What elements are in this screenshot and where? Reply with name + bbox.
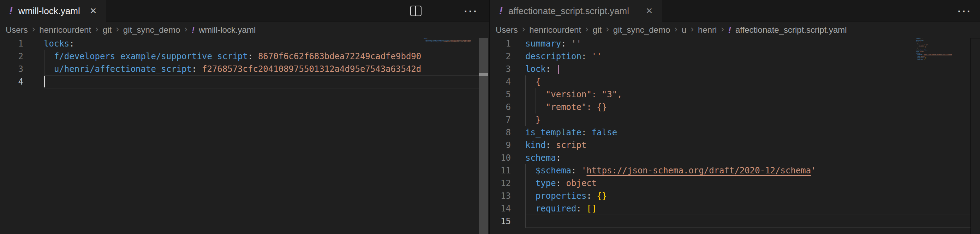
code-token: [] xyxy=(924,59,925,60)
code-token xyxy=(916,45,919,46)
code-line[interactable]: properties: {} xyxy=(525,190,607,202)
code-token: is_template xyxy=(525,128,581,138)
line-number[interactable]: 13 xyxy=(489,190,511,202)
code-token: : xyxy=(546,64,551,74)
code-token: description xyxy=(916,40,923,41)
code-token: {} xyxy=(925,57,926,59)
code-token: : xyxy=(586,191,591,201)
code-token xyxy=(576,166,581,176)
text-cursor xyxy=(44,76,45,87)
line-number[interactable]: 3 xyxy=(489,63,511,76)
code-token: lock xyxy=(916,41,919,43)
line-number[interactable]: 14 xyxy=(489,202,511,215)
code-line[interactable]: schema: xyxy=(525,152,561,164)
code-line[interactable]: description: '' xyxy=(525,50,602,63)
code-token xyxy=(561,178,566,188)
code-token xyxy=(566,39,571,49)
editor-group-right: ! affectionate_script.script.yaml ✕ ⋯ Us… xyxy=(489,0,980,234)
code-token: https://json-schema.org/draft/2020-12/sc… xyxy=(586,166,811,176)
code-token: : xyxy=(581,51,586,61)
code-line[interactable]: u/henri/affectionate_script: f2768573cfc… xyxy=(44,63,421,76)
code-line[interactable]: } xyxy=(525,114,541,126)
scrollbar-thumb[interactable] xyxy=(479,73,488,76)
line-number[interactable]: 2 xyxy=(0,50,23,63)
code-token: : xyxy=(69,39,74,49)
line-number[interactable]: 12 xyxy=(489,177,511,190)
code-viewport: summary: ''description: ''lock: | { "ver… xyxy=(490,0,970,234)
code-token: false xyxy=(592,128,617,138)
code-line[interactable]: required: [] xyxy=(525,202,597,215)
editor-group-left: ! wmill-lock.yaml ✕ ⋯ Users›henricourden… xyxy=(0,0,489,234)
code-token: ' xyxy=(952,54,953,56)
code-token: "version": "3", xyxy=(919,45,928,46)
minimap[interactable]: summary: ''description: ''lock: | { "ver… xyxy=(916,38,968,81)
current-line-border xyxy=(44,88,479,89)
line-number[interactable]: 3 xyxy=(0,63,23,76)
code-token: $schema xyxy=(918,54,922,56)
more-actions-icon: ⋯ xyxy=(463,4,478,18)
code-token xyxy=(581,204,586,213)
code-line[interactable]: is_template: false xyxy=(525,126,617,139)
more-actions-button[interactable]: ⋯ xyxy=(463,0,478,22)
code-token: script xyxy=(920,51,924,52)
code-token: required xyxy=(918,59,923,60)
code-token: : xyxy=(561,39,566,49)
line-number[interactable]: 1 xyxy=(0,37,23,50)
code-line[interactable]: { xyxy=(525,76,541,88)
line-number[interactable]: 9 xyxy=(489,139,511,152)
code-token: type xyxy=(918,56,920,57)
code-line[interactable]: lock: | xyxy=(525,63,561,76)
code-token: https://json-schema.org/draft/2020-12/sc… xyxy=(924,54,952,56)
code-line[interactable]: kind: script xyxy=(525,139,586,152)
code-line[interactable]: summary: '' xyxy=(525,37,581,50)
code-token: : xyxy=(556,178,561,188)
line-number[interactable]: 8 xyxy=(489,126,511,139)
code-token: f/developers_example/supportive_script xyxy=(54,51,248,61)
code-line[interactable]: f/developers_example/supportive_script: … xyxy=(44,50,421,63)
line-number[interactable]: 1 xyxy=(489,37,511,50)
code-token xyxy=(44,64,54,74)
code-token xyxy=(253,51,258,61)
code-token: schema xyxy=(916,52,920,54)
code-token: | xyxy=(920,41,921,43)
code-token xyxy=(551,140,556,150)
code-token: $schema xyxy=(536,166,571,176)
line-number[interactable]: 6 xyxy=(489,101,511,114)
code-line[interactable]: locks: xyxy=(44,37,75,50)
code-token: properties xyxy=(918,57,924,59)
code-line[interactable]: "version": "3", xyxy=(525,88,622,101)
line-number[interactable]: 10 xyxy=(489,152,511,164)
scrollbar[interactable] xyxy=(970,38,980,234)
code-token: : xyxy=(248,51,253,61)
code-token xyxy=(525,178,536,188)
current-line-border xyxy=(525,227,970,228)
code-token xyxy=(197,64,202,74)
code-token: [] xyxy=(586,204,597,213)
line-number[interactable]: 5 xyxy=(489,88,511,101)
code-token: : xyxy=(427,38,428,40)
minimap[interactable]: locks: f/developers_example/supportive_s… xyxy=(424,38,479,81)
line-number[interactable]: 11 xyxy=(489,164,511,177)
code-token: {} xyxy=(597,191,607,201)
indent-guide xyxy=(525,76,526,126)
code-token: type xyxy=(536,178,556,188)
line-number[interactable]: 2 xyxy=(489,50,511,63)
code-line[interactable]: "remote": {} xyxy=(525,101,607,114)
code-token xyxy=(525,204,536,213)
code-token: '' xyxy=(592,51,602,61)
line-number[interactable]: 4 xyxy=(0,76,23,88)
code-token xyxy=(592,191,597,201)
code-token: description xyxy=(525,51,581,61)
line-number[interactable]: 7 xyxy=(489,114,511,126)
code-token: required xyxy=(536,204,576,213)
code-line[interactable]: type: object xyxy=(525,177,597,190)
code-token: 8670f6c62f683bdea72249cadfe9bd90 xyxy=(258,51,421,61)
code-token: schema xyxy=(525,153,556,163)
code-token: } xyxy=(536,115,541,125)
line-number[interactable]: 15 xyxy=(489,215,511,228)
line-number[interactable]: 4 xyxy=(489,76,511,88)
code-token: object xyxy=(566,178,597,188)
code-line[interactable]: $schema: 'https://json-schema.org/draft/… xyxy=(525,164,816,177)
code-token: u/henri/affectionate_script xyxy=(425,41,442,43)
scrollbar[interactable] xyxy=(479,38,488,234)
